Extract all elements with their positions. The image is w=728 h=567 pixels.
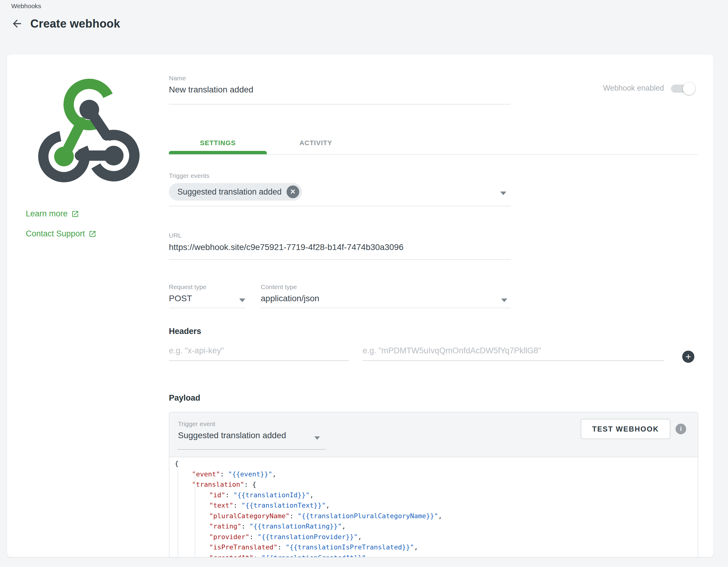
header-key-input[interactable] bbox=[169, 346, 349, 361]
payload-panel: Trigger event Suggested translation adde… bbox=[169, 412, 698, 557]
url-input[interactable]: https://webhook.site/c9e75921-7719-4f28-… bbox=[169, 243, 404, 252]
payload-trigger-event-label: Trigger event bbox=[178, 420, 215, 428]
code-line: "rating": "{{translationRating}}", bbox=[175, 521, 698, 532]
logo-right-node bbox=[104, 146, 124, 166]
logo-top-node bbox=[79, 100, 99, 119]
contact-support-label: Contact Support bbox=[26, 229, 85, 239]
payload-trigger-event-select[interactable]: Suggested translation added bbox=[178, 431, 286, 440]
payload-panel-header: Trigger event Suggested translation adde… bbox=[169, 412, 698, 457]
breadcrumb[interactable]: Webhooks bbox=[11, 2, 41, 10]
payload-title: Payload bbox=[169, 393, 200, 403]
request-type-underline bbox=[169, 307, 246, 308]
plus-icon: + bbox=[686, 352, 691, 361]
toggle-thumb bbox=[683, 82, 695, 95]
trigger-events-dropdown-caret-icon[interactable] bbox=[500, 192, 506, 195]
payload-trigger-event-underline bbox=[177, 449, 326, 450]
trigger-event-chip[interactable]: Suggested translation added ✕ bbox=[169, 183, 302, 201]
code-line: "translation": { bbox=[175, 479, 698, 490]
learn-more-label: Learn more bbox=[26, 209, 68, 219]
tabs-divider bbox=[169, 154, 698, 155]
header-value-input[interactable] bbox=[363, 346, 664, 361]
test-webhook-label: TEST WEBHOOK bbox=[592, 425, 659, 433]
create-webhook-page: Webhooks Create webhook Learn more bbox=[0, 0, 728, 567]
chip-label: Suggested translation added bbox=[177, 187, 282, 197]
content-type-caret-icon[interactable] bbox=[501, 298, 507, 302]
name-label: Name bbox=[169, 75, 186, 82]
test-webhook-button[interactable]: TEST WEBHOOK bbox=[581, 419, 670, 439]
headers-title: Headers bbox=[169, 327, 201, 336]
code-line: "pluralCategoryName": "{{translationPlur… bbox=[175, 511, 698, 522]
info-icon[interactable]: i bbox=[676, 424, 686, 434]
add-header-button[interactable]: + bbox=[682, 350, 694, 363]
content-type-select[interactable]: application/json bbox=[261, 293, 319, 303]
webhook-logo bbox=[29, 76, 149, 196]
request-type-label: Request type bbox=[169, 284, 206, 290]
code-line: "id": "{{translationId}}", bbox=[175, 490, 698, 501]
external-link-icon bbox=[89, 230, 96, 238]
payload-code-editor[interactable]: {"event": "{{event}}","translation": {"i… bbox=[169, 457, 698, 557]
url-label: URL bbox=[169, 232, 182, 239]
webhook-enabled-label: Webhook enabled bbox=[562, 84, 664, 92]
url-underline bbox=[169, 259, 511, 260]
indent-guide bbox=[178, 469, 178, 557]
webhook-enabled-toggle[interactable] bbox=[671, 85, 693, 93]
contact-support-link[interactable]: Contact Support bbox=[26, 229, 96, 239]
code-line: "isPreTranslated": "{{translationIsPreTr… bbox=[175, 542, 698, 553]
code-line: "text": "{{translationText}}", bbox=[175, 500, 698, 511]
code-line: "createdAt": "{{translationCreatedAt}}", bbox=[175, 553, 698, 557]
external-link-icon bbox=[71, 210, 79, 218]
code-line: { bbox=[175, 458, 698, 469]
back-arrow-icon[interactable] bbox=[10, 17, 24, 30]
learn-more-link[interactable]: Learn more bbox=[26, 209, 79, 219]
request-type-select[interactable]: POST bbox=[169, 293, 192, 303]
payload-code-lines: {"event": "{{event}}","translation": {"i… bbox=[175, 458, 698, 557]
indent-guide bbox=[195, 469, 195, 557]
payload-trigger-event-caret-icon[interactable] bbox=[314, 436, 320, 440]
content-type-label: Content type bbox=[261, 284, 297, 290]
request-type-caret-icon[interactable] bbox=[239, 298, 245, 302]
logo-left-node bbox=[54, 147, 74, 166]
page-title: Create webhook bbox=[30, 17, 120, 30]
code-line: "event": "{{event}}", bbox=[175, 469, 698, 480]
chip-close-icon[interactable]: ✕ bbox=[287, 186, 299, 198]
code-line: "provider": "{{translationProvider}}", bbox=[175, 532, 698, 542]
tab-activity[interactable]: ACTIVITY bbox=[267, 132, 365, 154]
trigger-events-label: Trigger events bbox=[169, 172, 209, 180]
create-webhook-card: Learn more Contact Support Name New tran… bbox=[7, 55, 713, 557]
name-underline bbox=[169, 104, 511, 105]
name-input[interactable]: New translation added bbox=[169, 85, 253, 95]
titlebar: Create webhook bbox=[10, 17, 120, 30]
trigger-events-underline bbox=[169, 206, 511, 206]
content-type-underline bbox=[261, 307, 511, 308]
